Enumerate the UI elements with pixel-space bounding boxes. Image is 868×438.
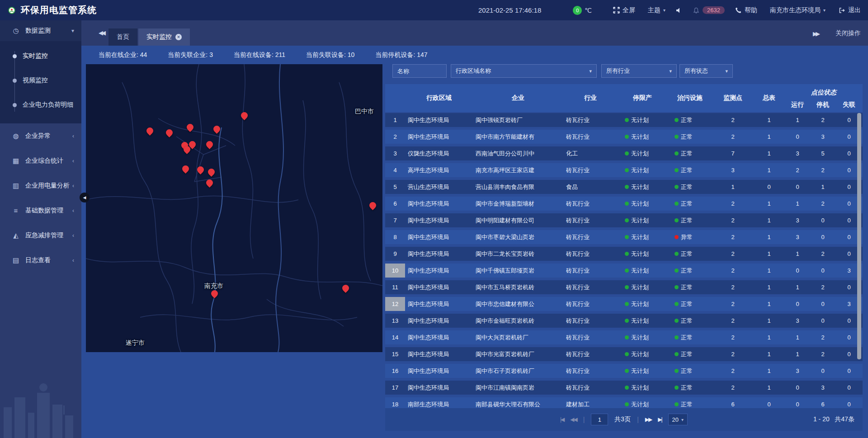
cell-run-count: 1 bbox=[785, 330, 810, 344]
column-header: 行政区域 bbox=[405, 84, 473, 112]
table-row[interactable]: 6阆中生态环境局阆中市金博瑞新型墙材砖瓦行业无计划正常21120 bbox=[385, 197, 863, 211]
industry-select-value: 所有行业 bbox=[606, 67, 630, 75]
stats-icon: ▦ bbox=[12, 157, 20, 165]
tabs-scroll-left-icon[interactable]: ◀◀ bbox=[99, 29, 104, 36]
tab-bar-right: ▶▶ 关闭操作 bbox=[813, 29, 861, 38]
last-page-button[interactable]: ▶| bbox=[658, 416, 661, 423]
facility-status-text: 正常 bbox=[681, 350, 693, 358]
table-row[interactable]: 17阆中生态环境局阆中市江南镇阆南页岩砖瓦行业无计划正常21030 bbox=[385, 381, 863, 395]
table-row[interactable]: 8阆中生态环境局阆中市枣碧大梁山页岩砖瓦行业无计划异常21300 bbox=[385, 230, 863, 244]
tab-0[interactable]: 首页 bbox=[108, 28, 137, 46]
sidebar-item-4[interactable]: ≡基础数据管理‹ bbox=[0, 198, 81, 223]
cell-region: 阆中生态环境局 bbox=[405, 280, 473, 294]
help-button[interactable]: 帮助 bbox=[735, 6, 757, 14]
table-row[interactable]: 3仪陇生态环境局西南油气田分公司川中化工无计划正常71350 bbox=[385, 146, 863, 160]
table-row[interactable]: 10阆中生态环境局阆中千佛镇五郎垭页岩砖瓦行业无计划正常21003 bbox=[385, 264, 863, 278]
table-row[interactable]: 1阆中生态环境局阆中强锐页岩砖厂砖瓦行业无计划正常21120 bbox=[385, 113, 863, 127]
cell-run-count: 3 bbox=[785, 364, 810, 378]
table-row[interactable]: 13阆中生态环境局阆中市金福旺页岩机砖砖瓦行业无计划正常21300 bbox=[385, 314, 863, 328]
table-row[interactable]: 2阆中生态环境局阆中市南方节能建材有砖瓦行业无计划正常21030 bbox=[385, 130, 863, 144]
table-row[interactable]: 7阆中生态环境局阆中明阳建材有限公司砖瓦行业无计划正常21300 bbox=[385, 213, 863, 227]
cell-halt-count: 2 bbox=[810, 280, 835, 294]
table-row[interactable]: 11阆中生态环境局阆中市五马桥页岩机砖砖瓦行业无计划正常21120 bbox=[385, 280, 863, 294]
facility-status-text: 正常 bbox=[681, 200, 693, 208]
cell-run-count: 1 bbox=[785, 347, 810, 361]
cell-monitor-count: 6 bbox=[712, 397, 753, 408]
table-row[interactable]: 5营山生态环境局营山县润丰肉食品有限食品无计划正常10010 bbox=[385, 180, 863, 194]
sidebar-item-3[interactable]: ▥企业用电量分析‹ bbox=[0, 173, 81, 198]
stat-item: 当前在线设备: 211 bbox=[234, 51, 285, 59]
row-index: 17 bbox=[385, 381, 405, 395]
table-row[interactable]: 14阆中生态环境局阆中大兴页岩机砖厂砖瓦行业无计划正常21120 bbox=[385, 330, 863, 344]
status-dot-icon bbox=[625, 218, 629, 222]
limit-status-text: 无计划 bbox=[631, 150, 649, 158]
sidebar-item-1[interactable]: ◍企业异常‹ bbox=[0, 123, 81, 148]
facility-status-text: 正常 bbox=[681, 384, 693, 392]
stat-item: 当前失联设备: 10 bbox=[306, 51, 354, 59]
page-number-input[interactable] bbox=[591, 414, 608, 425]
logout-button[interactable]: 退出 bbox=[838, 6, 861, 14]
close-icon[interactable]: ✕ bbox=[175, 34, 182, 40]
sidebar-item-0[interactable]: ◷数据监测▾ bbox=[0, 20, 81, 41]
sidebar-subitem-1[interactable]: 视频监控 bbox=[0, 68, 81, 93]
status-dot-icon bbox=[675, 185, 679, 189]
table-row[interactable]: 15阆中生态环境局阆中市光富页岩机砖厂砖瓦行业无计划正常21120 bbox=[385, 347, 863, 361]
cell-halt-count: 2 bbox=[810, 347, 835, 361]
sidebar-item-5[interactable]: ◭应急减排管理‹ bbox=[0, 223, 81, 248]
cell-lost-count: 0 bbox=[835, 364, 863, 378]
search-name-input[interactable] bbox=[392, 64, 447, 78]
sidebar-item-2[interactable]: ▦企业综合统计‹ bbox=[0, 148, 81, 173]
sidebar-subitem-2[interactable]: 企业电力负荷明细 bbox=[0, 93, 81, 117]
cell-limit-status: 无计划 bbox=[618, 364, 667, 378]
cell-meter-count: 1 bbox=[753, 381, 785, 395]
map-panel[interactable]: 巴中市南充市遂宁市 bbox=[86, 64, 382, 352]
status-select[interactable]: 所有状态 ▾ bbox=[679, 64, 733, 78]
status-dot-icon bbox=[675, 285, 679, 289]
cell-industry: 砖瓦行业 bbox=[563, 297, 618, 311]
industry-select[interactable]: 所有行业 ▾ bbox=[601, 64, 677, 78]
sidebar-item-label: 日志查看 bbox=[25, 256, 51, 264]
cell-meter-count: 1 bbox=[753, 297, 785, 311]
tabs-scroll-right-icon[interactable]: ▶▶ bbox=[813, 30, 818, 37]
cell-industry: 砖瓦行业 bbox=[563, 381, 618, 395]
table-row[interactable]: 18南部生态环境局南部县砚华大理石有限公建材加工无计划正常60060 bbox=[385, 397, 863, 408]
layers-icon: ≡ bbox=[12, 207, 20, 214]
status-dot-icon bbox=[625, 352, 629, 356]
sidebar-subitem-label: 视频监控 bbox=[23, 76, 48, 85]
theme-menu[interactable]: 主题 ▾ bbox=[648, 6, 665, 14]
logout-label: 退出 bbox=[848, 6, 861, 14]
table-scrollbar[interactable] bbox=[857, 113, 861, 359]
region-select[interactable]: 行政区域名称 ▾ bbox=[451, 64, 597, 78]
chevron-left-icon: ‹ bbox=[72, 158, 74, 164]
sidebar-item-6[interactable]: ▤日志查看‹ bbox=[0, 248, 81, 273]
prev-page-button[interactable]: ◀◀ bbox=[570, 416, 576, 423]
next-page-button[interactable]: ▶▶ bbox=[645, 416, 651, 423]
table-row[interactable]: 4高坪生态环境局南充市高坪区王家店建砖瓦行业无计划正常31220 bbox=[385, 163, 863, 177]
group-header-label: 点位状态 bbox=[785, 84, 863, 98]
notifications[interactable]: 2632 bbox=[693, 6, 725, 14]
page-size-select[interactable]: 20 ▾ bbox=[668, 414, 688, 425]
fullscreen-button[interactable]: 全屏 bbox=[613, 6, 635, 14]
cell-lost-count: 0 bbox=[835, 397, 863, 408]
chevron-down-icon: ▾ bbox=[589, 68, 592, 74]
limit-status-text: 无计划 bbox=[631, 233, 649, 241]
sidebar-collapse-toggle[interactable]: ◀ bbox=[80, 193, 90, 203]
sidebar-subitem-label: 实时监控 bbox=[23, 52, 48, 60]
cell-meter-count: 1 bbox=[753, 264, 785, 278]
datetime: 2021-02-25 17:46:18 bbox=[478, 6, 541, 14]
point-status-group-header: 点位状态运行停机失联 bbox=[785, 84, 863, 112]
table-row[interactable]: 16阆中生态环境局阆中市石子页岩机砖厂砖瓦行业无计划正常21300 bbox=[385, 364, 863, 378]
first-page-button[interactable]: |◀ bbox=[560, 416, 564, 423]
close-operations-button[interactable]: 关闭操作 bbox=[835, 29, 861, 38]
table-body: 1阆中生态环境局阆中强锐页岩砖厂砖瓦行业无计划正常211202阆中生态环境局阆中… bbox=[385, 113, 863, 408]
tab-1[interactable]: 实时监控✕ bbox=[138, 28, 190, 46]
table-row[interactable]: 9阆中生态环境局阆中市二龙长宝页岩砖砖瓦行业无计划正常21120 bbox=[385, 247, 863, 261]
sidebar-subitem-0[interactable]: 实时监控 bbox=[0, 44, 81, 68]
cell-industry: 食品 bbox=[563, 180, 618, 194]
chevron-down-icon: ▾ bbox=[725, 68, 728, 74]
sound-button[interactable] bbox=[675, 7, 683, 14]
table-row[interactable]: 12阆中生态环境局阆中市忠信建材有限公砖瓦行业无计划正常21003 bbox=[385, 297, 863, 311]
cell-region: 阆中生态环境局 bbox=[405, 213, 473, 227]
org-menu[interactable]: 南充市生态环境局 ▾ bbox=[770, 6, 826, 14]
facility-status-text: 正常 bbox=[681, 267, 693, 275]
